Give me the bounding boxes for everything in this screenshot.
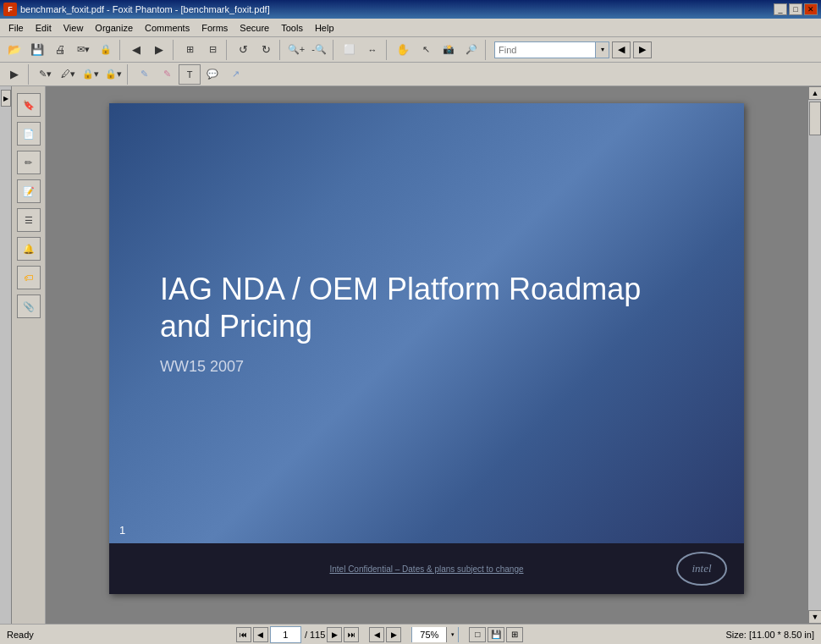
stamp-tool[interactable]: 🔔: [17, 237, 41, 261]
loupe-button[interactable]: 🔎: [460, 40, 482, 60]
find-dropdown-button[interactable]: ▾: [596, 41, 609, 58]
find-next-button[interactable]: ▶: [633, 41, 652, 58]
maximize-button[interactable]: □: [789, 3, 802, 15]
scroll-track[interactable]: [808, 100, 821, 610]
menu-secure[interactable]: Secure: [234, 21, 274, 35]
page-number-input[interactable]: [271, 627, 300, 642]
intel-logo: intel: [676, 552, 727, 586]
annotation-tool[interactable]: 📝: [17, 179, 41, 203]
pdf-viewer[interactable]: IAG NDA / OEM Platform Roadmap and Prici…: [46, 86, 807, 624]
zoom-dropdown-button[interactable]: ▾: [446, 627, 458, 642]
scroll-up-button[interactable]: ▲: [808, 86, 821, 100]
toolbar-main: 📂 💾 🖨 ✉▾ 🔒 ◀ ▶ ⊞ ⊟ ↺ ↻ 🔍+ -🔍 ⬜ ↔ ✋ ↖ 📸 🔎…: [0, 37, 821, 63]
sep-t2-2: [127, 64, 130, 85]
page-navigation: ⏮ ◀ / 115 ▶ ⏭ ◀ ▶ ▾ □ 💾 ⊞: [236, 626, 523, 643]
email-button[interactable]: ✉▾: [72, 40, 94, 60]
scroll-thumb[interactable]: [809, 102, 821, 135]
page-total: / 115: [305, 630, 325, 640]
fit-width-button[interactable]: ↔: [361, 40, 383, 60]
next-page-button[interactable]: ▶: [327, 627, 342, 642]
menu-help[interactable]: Help: [310, 21, 339, 35]
close-button[interactable]: ✕: [804, 3, 818, 15]
menu-forms[interactable]: Forms: [196, 21, 233, 35]
annotation-btn1[interactable]: ✎▾: [34, 64, 56, 85]
note-button[interactable]: 💬: [201, 64, 223, 85]
print-button[interactable]: 🖨: [49, 40, 71, 60]
page-tool[interactable]: 📄: [17, 122, 41, 146]
separator-3: [226, 40, 229, 60]
status-ready: Ready: [7, 630, 34, 640]
menu-organize[interactable]: Organize: [90, 21, 138, 35]
collapse-btn[interactable]: ▶: [1, 90, 11, 107]
highlight-button[interactable]: ✎: [133, 64, 155, 85]
lock-btn2[interactable]: 🔒▾: [102, 64, 124, 85]
sidebar-collapse[interactable]: ▶: [0, 86, 12, 624]
sep-t2-1: [28, 64, 31, 85]
clip-tool[interactable]: 📎: [17, 294, 41, 318]
menu-file[interactable]: File: [3, 21, 29, 35]
fwd-history-button[interactable]: ▶: [386, 627, 401, 642]
last-page-button[interactable]: ⏭: [344, 627, 359, 642]
separator-2: [173, 40, 176, 60]
redo-button[interactable]: ↻: [255, 40, 277, 60]
menu-tools[interactable]: Tools: [276, 21, 308, 35]
back-history-button[interactable]: ◀: [369, 627, 384, 642]
back-button[interactable]: ◀: [125, 40, 147, 60]
new-tab-button[interactable]: ⊞: [179, 40, 201, 60]
menu-comments[interactable]: Comments: [140, 21, 195, 35]
find-input[interactable]: [494, 41, 596, 58]
signature-tool[interactable]: ✏: [17, 151, 41, 174]
select-tool-button[interactable]: ↖: [415, 40, 437, 60]
bookmark-tool[interactable]: 🔖: [17, 93, 41, 117]
secure-button[interactable]: 🔒: [95, 40, 117, 60]
find-box: ▾: [494, 41, 609, 58]
main-area: ▶ 🔖 📄 ✏ 📝 ☰ 🔔 🏷 📎 IAG NDA / OEM Platform…: [0, 86, 821, 624]
strikeout-button[interactable]: ✎: [156, 64, 178, 85]
slide-page-number: 1: [119, 524, 125, 537]
view-single-button[interactable]: □: [469, 627, 486, 642]
layers-tool[interactable]: ☰: [17, 208, 41, 232]
menu-edit[interactable]: Edit: [30, 21, 57, 35]
slide-title: IAG NDA / OEM Platform Roadmap and Prici…: [160, 271, 693, 344]
open-button[interactable]: 📂: [3, 40, 25, 60]
text-button[interactable]: T: [179, 64, 201, 85]
separator-1: [119, 40, 123, 60]
find-prev-button[interactable]: ◀: [612, 41, 631, 58]
expand-button[interactable]: ▶: [3, 64, 25, 85]
snapshot-button[interactable]: 📸: [438, 40, 460, 60]
slide-confidential-text: Intel Confidential – Dates & plans subje…: [177, 564, 676, 574]
separator-4: [279, 40, 283, 60]
zoom-out-button[interactable]: -🔍: [308, 40, 330, 60]
app-icon: F: [3, 3, 17, 16]
zoom-selector: ▾: [411, 627, 459, 642]
fit-page-button[interactable]: ⬜: [339, 40, 361, 60]
view-fit-button[interactable]: ⊞: [506, 627, 523, 642]
slide-subtitle: WW15 2007: [160, 358, 693, 376]
sticky-tool[interactable]: 🏷: [17, 266, 41, 289]
toolbar-annotation: ▶ ✎▾ 🖊▾ 🔒▾ 🔒▾ ✎ ✎ T 💬 ↗: [0, 63, 821, 86]
minimize-button[interactable]: _: [774, 3, 787, 15]
first-page-button[interactable]: ⏮: [236, 627, 251, 642]
view-save-button[interactable]: 💾: [488, 627, 504, 642]
size-info: Size: [11.00 * 8.50 in]: [725, 630, 814, 640]
separator-7: [485, 40, 488, 60]
menu-bar: File Edit View Organize Comments Forms S…: [0, 19, 821, 37]
lock-btn1[interactable]: 🔒▾: [80, 64, 102, 85]
scroll-down-button[interactable]: ▼: [808, 610, 821, 624]
stamp-button[interactable]: 🖊▾: [57, 64, 79, 85]
vertical-scrollbar[interactable]: ▲ ▼: [807, 86, 821, 624]
title-bar: F benchmark_foxit.pdf - Foxit Phantom - …: [0, 0, 821, 19]
zoom-in-button[interactable]: 🔍+: [285, 40, 307, 60]
prev-page-button[interactable]: ◀: [253, 627, 268, 642]
save-button[interactable]: 💾: [26, 40, 48, 60]
zoom-input[interactable]: [412, 627, 446, 642]
arrow-button[interactable]: ↗: [224, 64, 246, 85]
separator-5: [333, 40, 336, 60]
hand-tool-button[interactable]: ✋: [392, 40, 414, 60]
forward-button[interactable]: ▶: [148, 40, 170, 60]
close-tab-button[interactable]: ⊟: [201, 40, 223, 60]
left-tools-panel: 🔖 📄 ✏ 📝 ☰ 🔔 🏷 📎: [12, 86, 46, 624]
undo-button[interactable]: ↺: [232, 40, 254, 60]
menu-view[interactable]: View: [58, 21, 89, 35]
pdf-slide: IAG NDA / OEM Platform Roadmap and Prici…: [109, 103, 744, 543]
